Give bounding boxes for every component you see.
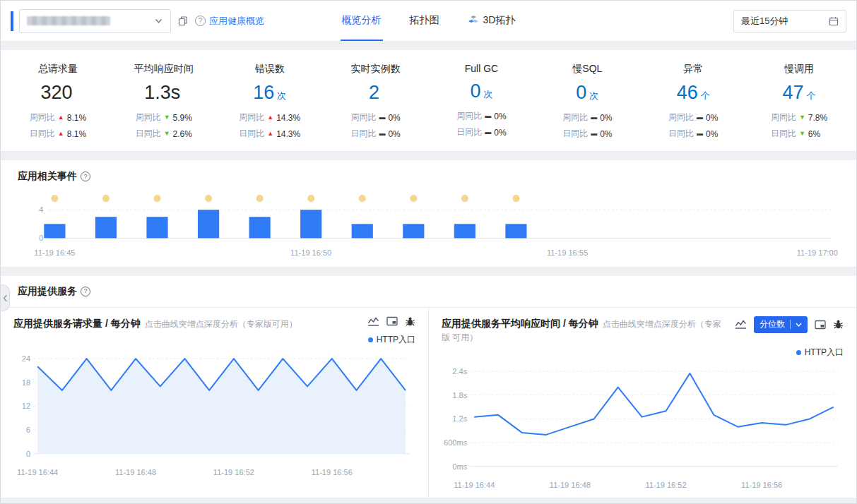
trend-arrow-icon: ▬ [379, 114, 385, 121]
tab-overview-analysis[interactable]: 概览分析 [341, 1, 383, 41]
metric-value: 320 [40, 82, 75, 104]
svg-text:0: 0 [26, 449, 30, 457]
metric-card-total-requests: 总请求量 320 周同比▲8.1% 日同比▲8.1% [5, 63, 111, 140]
chevron-left-icon [3, 294, 8, 302]
trend-arrow-icon: ▼ [799, 114, 805, 121]
svg-text:11-19 16:56: 11-19 16:56 [312, 468, 353, 476]
svg-text:4: 4 [39, 205, 43, 214]
metric-week-compare: 周同比▼7.8% [771, 112, 827, 124]
help-icon[interactable]: ? [81, 287, 90, 296]
tab-label: 3D拓扑 [483, 14, 516, 27]
metric-week-compare: 周同比▬0% [562, 112, 612, 124]
metric-day-compare: 日同比▼2.6% [136, 128, 192, 140]
svg-text:11-19 16:48: 11-19 16:48 [550, 481, 591, 489]
metric-card-exceptions: 异常 46个 周同比▬0% 日同比▬0% [640, 63, 746, 140]
metric-card-slow-sql: 慢SQL 0次 周同比▬0% 日同比▬0% [534, 63, 640, 140]
svg-text:11-19 16:48: 11-19 16:48 [115, 468, 156, 476]
svg-text:18: 18 [22, 378, 30, 386]
metric-day-compare: 日同比▼6% [771, 128, 827, 140]
legend-http-entry[interactable]: HTTP入口 [13, 334, 415, 346]
metric-label: Full GC [465, 63, 498, 74]
trend-arrow-icon: ▬ [379, 131, 385, 137]
tab-topology[interactable]: 拓扑图 [408, 1, 441, 41]
metric-card-errors: 错误数 16次 周同比▲14.3% 日同比▲14.3% [217, 63, 323, 140]
svg-text:24: 24 [22, 354, 30, 363]
svg-text:11-19 16:50: 11-19 16:50 [290, 248, 331, 257]
svg-text:11-19 16:44: 11-19 16:44 [454, 481, 495, 489]
quantile-dropdown[interactable]: 分位数 [754, 316, 808, 333]
kpi-metrics-row: 总请求量 320 周同比▲8.1% 日同比▲8.1% 平均响应时间 1.3s 周… [1, 50, 856, 152]
time-range-picker[interactable]: 最近15分钟 [733, 10, 846, 32]
metric-value: 0次 [576, 82, 598, 104]
side-panel-collapse-handle[interactable] [1, 284, 10, 311]
trend-chart-icon[interactable] [367, 316, 379, 327]
svg-text:6: 6 [26, 426, 30, 434]
svg-text:11-19 16:45: 11-19 16:45 [34, 248, 75, 257]
bug-icon[interactable] [405, 316, 415, 327]
svg-text:11-19 16:52: 11-19 16:52 [645, 481, 686, 489]
metric-day-compare: 日同比▬0% [350, 128, 400, 140]
related-view-icon[interactable] [815, 320, 826, 330]
metric-week-compare: 周同比▲8.1% [30, 112, 86, 124]
metric-card-instances: 实时实例数 2 周同比▬0% 日同比▬0% [323, 63, 429, 140]
trend-arrow-icon: ▬ [591, 131, 597, 137]
metric-day-compare: 日同比▬0% [668, 128, 718, 140]
svg-text:11-19 17:00: 11-19 17:00 [797, 248, 838, 257]
related-view-icon[interactable] [386, 316, 398, 326]
accent-bar [11, 11, 13, 31]
trend-arrow-icon: ▬ [485, 129, 491, 136]
requests-chart-panel: 应用提供服务请求量 / 每分钟 点击曲线突增点深度分析（专家版可用） [1, 308, 428, 498]
quantile-label: 分位数 [760, 318, 785, 330]
metric-value: 2 [369, 82, 382, 104]
metric-value: 46个 [677, 82, 710, 104]
top-bar: ? 应用健康概览 概览分析 拓扑图 3D拓扑 最近15分钟 [1, 1, 856, 42]
events-section-title: 应用相关事件 ? [18, 170, 839, 183]
svg-text:0ms: 0ms [452, 462, 467, 470]
metric-label: 错误数 [255, 63, 285, 76]
trend-chart-icon[interactable] [735, 319, 747, 330]
metric-week-compare: 周同比▬0% [350, 112, 400, 124]
help-icon[interactable]: ? [81, 172, 90, 181]
metric-week-compare: 周同比▲14.3% [239, 112, 300, 124]
trend-arrow-icon: ▼ [799, 131, 805, 137]
svg-text:11-19 16:56: 11-19 16:56 [741, 481, 782, 489]
trend-arrow-icon: ▬ [485, 113, 491, 119]
legend-label: HTTP入口 [805, 347, 844, 359]
metric-label: 平均响应时间 [134, 63, 194, 76]
app-health-link[interactable]: ? 应用健康概览 [195, 15, 264, 28]
trend-arrow-icon: ▲ [267, 131, 273, 137]
metric-card-slow-calls: 慢调用 47个 周同比▼7.8% 日同比▼6% [746, 63, 852, 140]
metric-day-compare: 日同比▬0% [456, 126, 506, 138]
legend-label: HTTP入口 [377, 334, 415, 346]
chart-subtitle: 点击曲线突增点深度分析（专家版可用） [145, 319, 297, 329]
app-health-link-label: 应用健康概览 [209, 15, 264, 28]
trend-arrow-icon: ▬ [591, 114, 597, 121]
metric-day-compare: 日同比▲8.1% [30, 128, 86, 140]
svg-text:0: 0 [39, 234, 43, 242]
trend-arrow-icon: ▼ [164, 131, 170, 137]
metric-label: 异常 [683, 63, 703, 76]
events-bar-chart[interactable]: 4011-19 16:4511-19 16:5011-19 16:5511-19… [18, 190, 839, 260]
svg-text:1.2s: 1.2s [452, 414, 467, 423]
chevron-down-icon [796, 322, 802, 328]
view-tabs: 概览分析 拓扑图 3D拓扑 [341, 1, 517, 41]
copy-icon[interactable] [178, 16, 188, 26]
metric-label: 慢SQL [572, 63, 602, 76]
trend-arrow-icon: ▬ [697, 131, 703, 137]
app-selector[interactable] [19, 9, 171, 33]
metric-week-compare: 周同比▬0% [668, 112, 718, 124]
tab-label: 概览分析 [342, 14, 382, 27]
bug-icon[interactable] [833, 319, 844, 330]
help-icon: ? [195, 16, 206, 26]
metric-day-compare: 日同比▬0% [562, 128, 612, 140]
legend-http-entry[interactable]: HTTP入口 [442, 347, 844, 359]
chart-title: 应用提供服务平均响应时间 / 每分钟 [442, 318, 598, 329]
metric-value: 16次 [253, 82, 286, 104]
metric-label: 实时实例数 [351, 63, 401, 76]
svg-text:1.8s: 1.8s [452, 390, 467, 399]
tab-3d-topology[interactable]: 3D拓扑 [466, 1, 517, 41]
response-time-line-chart[interactable]: 0ms600ms1.2s1.8s2.4s11-19 16:4411-19 16:… [442, 360, 844, 493]
metric-card-full-gc: Full GC 0次 周同比▬0% 日同比▬0% [429, 63, 535, 140]
svg-text:11-19 16:52: 11-19 16:52 [213, 468, 254, 476]
requests-line-chart[interactable]: 0612182411-19 16:4411-19 16:4811-19 16:5… [13, 347, 415, 481]
